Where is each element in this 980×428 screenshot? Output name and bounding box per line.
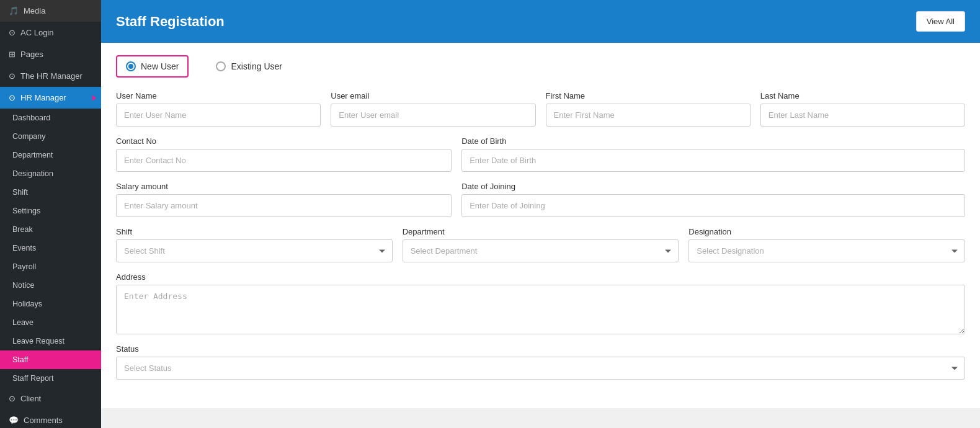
sidebar-item-leave-request-label: Leave Request bbox=[12, 337, 65, 346]
hr-manager-icon: ⊙ bbox=[9, 71, 16, 81]
main-content: Staff Registation View All New User Exis… bbox=[101, 0, 980, 428]
sidebar: 🎵 Media ⊙ AC Login ⊞ Pages ⊙ The HR Mana… bbox=[0, 0, 101, 428]
form-group-username: User Name bbox=[116, 91, 321, 127]
sidebar-item-staff-report-label: Staff Report bbox=[12, 374, 53, 383]
radio-new-user-circle bbox=[126, 61, 136, 71]
doj-input[interactable] bbox=[461, 194, 965, 217]
sidebar-item-notice-label: Notice bbox=[12, 281, 34, 290]
radio-existing-user[interactable]: Existing User bbox=[207, 56, 290, 76]
contact-label: Contact No bbox=[116, 136, 452, 146]
sidebar-item-dashboard[interactable]: Dashboard bbox=[0, 109, 101, 127]
form-group-firstname: First Name bbox=[546, 91, 751, 127]
status-select[interactable]: Select Status bbox=[116, 357, 965, 380]
form-group-shift: Shift Select Shift bbox=[116, 227, 393, 262]
sidebar-hr-manager-header[interactable]: ⊙ HR Manager bbox=[0, 87, 101, 109]
email-input[interactable] bbox=[331, 104, 535, 127]
sidebar-item-payroll[interactable]: Payroll bbox=[0, 257, 101, 276]
lastname-label: Last Name bbox=[760, 91, 965, 100]
sidebar-item-settings[interactable]: Settings bbox=[0, 202, 101, 220]
form-group-status: Status Select Status bbox=[116, 344, 965, 380]
shift-label: Shift bbox=[116, 227, 393, 236]
sidebar-hr-manager-label: HR Manager bbox=[20, 93, 66, 102]
sidebar-item-shift[interactable]: Shift bbox=[0, 183, 101, 202]
designation-label: Designation bbox=[688, 227, 965, 236]
form-row-3: Salary amount Date of Joining bbox=[116, 182, 965, 217]
sidebar-item-holidays[interactable]: Holidays bbox=[0, 295, 101, 313]
client-icon: ⊙ bbox=[9, 394, 16, 403]
form-row-4: Shift Select Shift Department Select Dep… bbox=[116, 227, 965, 262]
department-select[interactable]: Select Department bbox=[403, 239, 679, 262]
form-group-salary: Salary amount bbox=[116, 182, 452, 217]
ac-login-icon: ⊙ bbox=[9, 28, 16, 37]
comments-icon: 💬 bbox=[9, 416, 19, 425]
sidebar-item-break[interactable]: Break bbox=[0, 220, 101, 239]
sidebar-item-holidays-label: Holidays bbox=[12, 300, 42, 308]
address-label: Address bbox=[116, 272, 965, 282]
sidebar-item-leave-label: Leave bbox=[12, 318, 33, 327]
designation-select[interactable]: Select Designation bbox=[688, 239, 965, 262]
form-row-2: Contact No Date of Birth bbox=[116, 136, 965, 172]
view-all-button[interactable]: View All bbox=[916, 11, 965, 32]
form-group-department: Department Select Department bbox=[403, 227, 679, 262]
designation-select-wrapper: Select Designation bbox=[688, 239, 965, 262]
form-group-designation: Designation Select Designation bbox=[688, 227, 965, 262]
pages-icon: ⊞ bbox=[9, 50, 16, 59]
sidebar-item-client-label: Client bbox=[20, 394, 41, 403]
sidebar-item-client[interactable]: ⊙ Client bbox=[0, 388, 101, 409]
sidebar-item-comments-label: Comments bbox=[24, 416, 63, 425]
sidebar-item-events[interactable]: Events bbox=[0, 239, 101, 257]
sidebar-item-staff[interactable]: Staff bbox=[0, 350, 101, 369]
address-textarea[interactable] bbox=[116, 285, 965, 334]
sidebar-item-events-label: Events bbox=[12, 244, 36, 252]
sidebar-item-comments[interactable]: 💬 Comments bbox=[0, 409, 101, 428]
form-group-address: Address bbox=[116, 272, 965, 334]
sidebar-item-media[interactable]: 🎵 Media bbox=[0, 0, 101, 22]
user-type-radio-group: New User Existing User bbox=[116, 55, 965, 78]
firstname-label: First Name bbox=[546, 91, 751, 100]
chevron-right-icon bbox=[92, 95, 96, 101]
salary-input[interactable] bbox=[116, 194, 452, 217]
sidebar-item-payroll-label: Payroll bbox=[12, 262, 36, 271]
sidebar-item-leave-request[interactable]: Leave Request bbox=[0, 332, 101, 350]
sidebar-item-notice[interactable]: Notice bbox=[0, 276, 101, 295]
sidebar-item-pages[interactable]: ⊞ Pages bbox=[0, 43, 101, 65]
header-banner: Staff Registation View All bbox=[101, 0, 980, 43]
form-group-dob: Date of Birth bbox=[461, 136, 965, 172]
firstname-input[interactable] bbox=[546, 104, 751, 127]
salary-label: Salary amount bbox=[116, 182, 452, 191]
dob-input[interactable] bbox=[461, 149, 965, 172]
form-group-lastname: Last Name bbox=[760, 91, 965, 127]
dob-label: Date of Birth bbox=[461, 136, 965, 146]
form-group-contact: Contact No bbox=[116, 136, 452, 172]
sidebar-item-the-hr-manager-label: The HR Manager bbox=[20, 71, 82, 81]
sidebar-item-staff-report[interactable]: Staff Report bbox=[0, 369, 101, 388]
radio-new-user-label: New User bbox=[141, 61, 179, 71]
media-icon: 🎵 bbox=[9, 6, 19, 16]
sidebar-item-company[interactable]: Company bbox=[0, 127, 101, 146]
lastname-input[interactable] bbox=[760, 104, 965, 127]
form-row-1: User Name User email First Name Last Nam… bbox=[116, 91, 965, 127]
sidebar-item-designation-label: Designation bbox=[12, 169, 53, 178]
username-input[interactable] bbox=[116, 104, 321, 127]
page-title: Staff Registation bbox=[116, 14, 225, 30]
shift-select-wrapper: Select Shift bbox=[116, 239, 393, 262]
shift-select[interactable]: Select Shift bbox=[116, 239, 393, 262]
sidebar-item-ac-login-label: AC Login bbox=[20, 28, 53, 37]
sidebar-item-ac-login[interactable]: ⊙ AC Login bbox=[0, 22, 101, 43]
sidebar-item-the-hr-manager[interactable]: ⊙ The HR Manager bbox=[0, 65, 101, 87]
form-group-doj: Date of Joining bbox=[461, 182, 965, 217]
radio-new-user[interactable]: New User bbox=[116, 55, 189, 78]
contact-input[interactable] bbox=[116, 149, 452, 172]
username-label: User Name bbox=[116, 91, 321, 100]
department-select-wrapper: Select Department bbox=[403, 239, 679, 262]
sidebar-item-media-label: Media bbox=[24, 6, 45, 16]
radio-existing-user-label: Existing User bbox=[231, 61, 282, 71]
department-label: Department bbox=[403, 227, 679, 236]
sidebar-item-staff-label: Staff bbox=[12, 355, 28, 364]
sidebar-item-designation[interactable]: Designation bbox=[0, 164, 101, 183]
hr-manager-section-icon: ⊙ bbox=[9, 93, 16, 102]
sidebar-item-department[interactable]: Department bbox=[0, 146, 101, 164]
sidebar-item-pages-label: Pages bbox=[20, 50, 43, 59]
sidebar-item-dashboard-label: Dashboard bbox=[12, 114, 50, 122]
sidebar-item-leave[interactable]: Leave bbox=[0, 313, 101, 332]
